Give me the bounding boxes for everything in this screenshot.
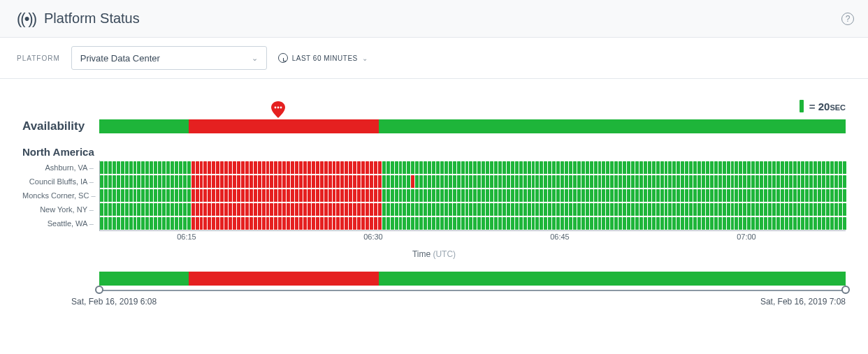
time-range-select[interactable]: LAST 60 MINUTES ⌄ <box>278 53 368 63</box>
platform-label: PLATFORM <box>17 54 60 62</box>
chart-area: Ashburn, VACouncil Bluffs, IAMoncks Corn… <box>22 161 846 231</box>
brush-handle-start[interactable] <box>95 286 103 294</box>
x-axis-title: Time (UTC) <box>22 249 846 259</box>
brush-track[interactable] <box>99 290 846 291</box>
x-axis-tz: (UTC) <box>433 249 456 259</box>
location-label: Ashburn, VA <box>22 161 94 175</box>
platform-select[interactable]: Private Data Center ⌄ <box>71 46 267 70</box>
help-icon[interactable]: ? <box>841 13 854 25</box>
x-tick-label: 06:30 <box>363 233 383 241</box>
location-label: Seattle, WA <box>22 216 94 230</box>
svg-point-1 <box>277 107 280 109</box>
page-title: Platform Status <box>44 10 140 27</box>
legend-value: 20 <box>818 101 830 112</box>
legend: = 20SEC <box>22 100 846 112</box>
svg-point-0 <box>275 107 277 109</box>
brush: Sat, Feb 16, 2019 6:08 Sat, Feb 16, 2019… <box>99 272 846 307</box>
brush-labels: Sat, Feb 16, 2019 6:08 Sat, Feb 16, 2019… <box>71 297 846 307</box>
brush-handle-end[interactable] <box>841 286 850 294</box>
broadcast-icon: ((•)) <box>17 10 36 28</box>
chart-plot <box>99 161 846 231</box>
page-header: ((•)) Platform Status ? <box>0 0 868 38</box>
brush-bar[interactable] <box>99 272 846 286</box>
brush-start-label: Sat, Feb 16, 2019 6:08 <box>71 297 157 307</box>
heatmap-row <box>100 202 846 216</box>
location-labels: Ashburn, VACouncil Bluffs, IAMoncks Corn… <box>22 161 99 231</box>
x-tick-label: 06:15 <box>177 233 196 241</box>
x-axis-label: Time <box>412 249 431 259</box>
chevron-down-icon: ⌄ <box>362 54 368 62</box>
time-range-label: LAST 60 MINUTES <box>292 54 358 62</box>
svg-point-2 <box>280 107 282 109</box>
x-axis: 06:1506:3006:4507:00 <box>99 231 846 242</box>
availability-label: Availability <box>22 119 99 133</box>
legend-unit: SEC <box>830 103 846 112</box>
availability-row: Availability <box>22 119 846 133</box>
x-tick-label: 07:00 <box>737 233 756 241</box>
location-label: New York, NY <box>22 202 94 216</box>
region-label: North America <box>22 146 846 158</box>
x-tick-label: 06:45 <box>550 233 570 241</box>
location-label: Council Bluffs, IA <box>22 175 94 189</box>
chevron-down-icon: ⌄ <box>252 54 258 63</box>
heatmap-row <box>100 161 846 175</box>
heatmap-row <box>100 175 846 189</box>
legend-chip <box>800 100 804 112</box>
platform-select-value: Private Data Center <box>80 53 160 64</box>
availability-marker-icon[interactable] <box>270 101 286 119</box>
heatmap-row <box>100 216 846 230</box>
location-label: Moncks Corner, SC <box>22 189 94 202</box>
content: = 20SEC Availability North America Ashbu… <box>0 79 868 320</box>
heatmap-row <box>100 189 846 202</box>
availability-bar <box>99 119 846 133</box>
clock-icon <box>278 53 288 63</box>
toolbar: PLATFORM Private Data Center ⌄ LAST 60 M… <box>0 38 868 79</box>
brush-end-label: Sat, Feb 16, 2019 7:08 <box>760 297 846 307</box>
